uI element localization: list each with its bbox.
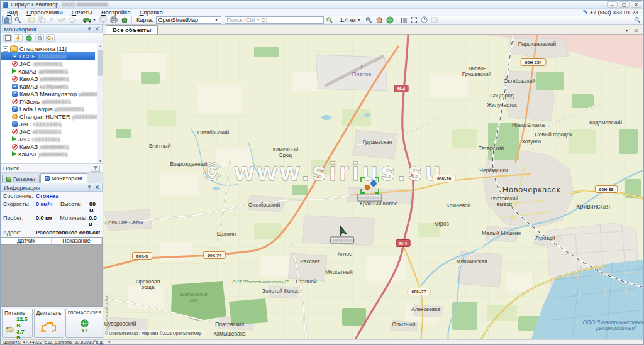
- scroll-up-icon[interactable]: ▲: [98, 44, 103, 48]
- copy-tool-button[interactable]: [37, 16, 47, 24]
- menu-otchety[interactable]: Отчёты: [68, 9, 96, 16]
- map-town-label: Киров: [434, 221, 449, 227]
- vehicle-row[interactable]: JAC л00000001: [1, 60, 103, 67]
- menu-vid[interactable]: Вид: [3, 9, 21, 16]
- print-button[interactable]: [109, 16, 119, 24]
- menu-spravka[interactable]: Справка: [136, 9, 167, 16]
- expand-all-button[interactable]: [3, 34, 12, 42]
- select-tool-button[interactable]: [27, 16, 36, 24]
- pin-icon[interactable]: [87, 185, 92, 190]
- satellite-count: 17: [81, 327, 87, 334]
- settings-button[interactable]: [35, 34, 44, 42]
- vehicle-row[interactable]: ГАЗель а66666601: [1, 97, 103, 105]
- show-on-map-button[interactable]: [25, 34, 33, 42]
- global-search-input[interactable]: [225, 16, 324, 24]
- far-search-button[interactable]: [632, 16, 642, 24]
- monitoring-close-icon[interactable]: ✕: [94, 26, 99, 32]
- vehicle-group-row[interactable]: − Спецтехника [11]: [1, 45, 103, 52]
- vehicle-name: КамАЗ: [19, 143, 38, 150]
- vehicle-row[interactable]: КамАЗ а99999901: [1, 67, 103, 75]
- access-key-button[interactable]: [46, 34, 55, 42]
- run-search-button[interactable]: [325, 16, 334, 24]
- vehicle-name: КамАЗ Манипулятор: [19, 90, 77, 97]
- engine-hours-value[interactable]: 0.0 ч: [89, 215, 100, 227]
- vehicle-row[interactable]: КамАЗ в88888801: [1, 75, 103, 82]
- map-tab-dropdown-icon[interactable]: ▼: [625, 29, 629, 33]
- svg-text:М-4: М-4: [397, 87, 405, 91]
- menu-spravochniki[interactable]: Справочники: [23, 9, 67, 16]
- vehicle-name: КамАЗ: [19, 83, 38, 90]
- map-town-label: Кадамовский: [589, 119, 622, 126]
- extra-tool-button[interactable]: [430, 16, 439, 24]
- zoom-search-button[interactable]: [364, 16, 374, 24]
- monitor-view-button[interactable]: [98, 16, 108, 24]
- vehicle-row[interactable]: КамАЗ х88888801: [1, 143, 103, 150]
- select-rect-icon: [28, 16, 35, 23]
- pin-icon[interactable]: [87, 26, 92, 31]
- globe-view-button[interactable]: [385, 16, 395, 24]
- scroll-thumb[interactable]: [98, 50, 103, 76]
- statusbar-dropdown-icon[interactable]: ▼: [108, 341, 111, 344]
- vehicle-row[interactable]: PКамАЗ кз38ркм01: [1, 82, 103, 90]
- sensor-col-value[interactable]: Показание: [52, 238, 102, 244]
- vehicle-plate: л00000001: [33, 60, 63, 67]
- map-canvas[interactable]: © www.sirius.suПерсиановскийЯново-Грушев…: [103, 35, 643, 339]
- vehicle-row[interactable]: PJAC т33333301: [1, 120, 103, 128]
- menu-bar: Вид Справочники Отчёты Настройка Справка…: [1, 9, 643, 16]
- vehicle-menu-button[interactable]: ▼: [81, 16, 97, 24]
- map-scale-control[interactable]: 1.4 км ▼: [338, 17, 363, 23]
- fullscreen-button[interactable]: [409, 16, 419, 24]
- scroll-down-icon[interactable]: ▼: [98, 159, 103, 163]
- map-provider-select[interactable]: OpenStreetMap ▼: [156, 16, 221, 24]
- menu-nastroyka[interactable]: Настройка: [97, 9, 135, 16]
- printer-icon: [110, 16, 118, 23]
- vehicle-row[interactable]: JAC к55555501: [1, 128, 103, 135]
- vehicle-row[interactable]: PКамАЗ Манипулятор н99999901: [1, 90, 103, 97]
- maximize-button[interactable]: ▢: [619, 1, 630, 8]
- vehicle-row[interactable]: PLGCE 1111111111: [1, 52, 95, 60]
- sensor-col-name[interactable]: Датчик: [1, 238, 52, 244]
- vehicle-tree: − Спецтехника [11] PLGCE 1111111111JAC л…: [1, 43, 103, 164]
- road-shield: 60Н-254: [521, 59, 546, 66]
- map-town-label: Красный Колос: [360, 200, 398, 207]
- go-home-button[interactable]: [374, 16, 384, 24]
- magnifier-icon: [14, 16, 21, 23]
- vehicle-plate: х88888801: [40, 143, 69, 150]
- shop-button[interactable]: [119, 16, 130, 24]
- vehicle-row[interactable]: PLada Largus р00000001: [1, 105, 103, 112]
- ruler-tool-button[interactable]: [57, 16, 67, 24]
- altitude-value: 89 м: [89, 201, 100, 214]
- svg-text:М-4: М-4: [399, 241, 407, 246]
- vehicle-row[interactable]: КамАЗ у99999901: [1, 150, 103, 158]
- list-view-button[interactable]: [399, 16, 409, 24]
- events-button[interactable]: [14, 34, 23, 42]
- power-label: Питание: [4, 310, 30, 316]
- map-town-label: Новосёловка: [512, 122, 545, 128]
- status-parked-icon: P: [12, 91, 18, 97]
- home-view-button[interactable]: [2, 16, 12, 24]
- vehicle-row[interactable]: JAC т33333301: [1, 135, 103, 143]
- status-moving-icon: [12, 136, 16, 141]
- home-icon: [3, 16, 11, 23]
- minimize-button[interactable]: –: [607, 1, 618, 8]
- history-button[interactable]: [419, 16, 429, 24]
- list-icon: [401, 17, 408, 23]
- tab-geozones[interactable]: Геозоны: [2, 175, 40, 183]
- engine-icon: [41, 321, 57, 332]
- info-close-icon[interactable]: ✕: [94, 184, 99, 190]
- map-tab-all-objects[interactable]: Все объекты: [106, 25, 158, 34]
- tab-monitoring[interactable]: Мониторинг: [40, 173, 87, 183]
- vehicle-row[interactable]: Changan HUNTER у55555501: [1, 112, 103, 120]
- close-button[interactable]: ✕: [631, 1, 641, 8]
- mileage-value[interactable]: 0.0 км: [36, 215, 60, 221]
- map-pane: Все объекты ▼ ✕: [103, 25, 643, 339]
- tree-filter-button[interactable]: [91, 165, 100, 172]
- map-town-label: Октябрьский: [504, 78, 536, 84]
- tree-scrollbar[interactable]: ▲ ▼: [97, 43, 103, 163]
- cut-tool-button[interactable]: [47, 16, 57, 24]
- search-tool-button[interactable]: [13, 16, 23, 24]
- collapse-icon[interactable]: −: [3, 46, 8, 52]
- polygon-tool-button[interactable]: [67, 16, 77, 24]
- map-town-label: Суворовский: [104, 320, 136, 327]
- map-tab-close-icon[interactable]: ✕: [633, 28, 638, 34]
